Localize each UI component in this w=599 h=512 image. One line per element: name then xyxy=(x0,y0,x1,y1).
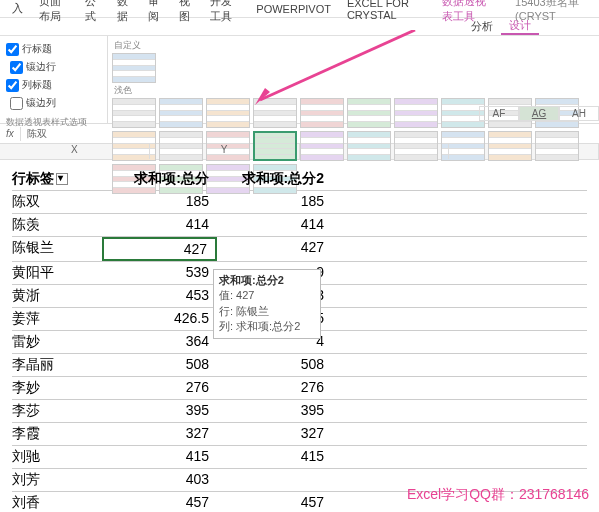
tooltip-col: 列: 求和项:总分2 xyxy=(219,319,315,334)
style-checkboxes: 行标题 镶边行 列标题 镶边列 数据透视表样式选项 xyxy=(0,36,108,123)
right-cols: AF AG AH xyxy=(479,106,599,121)
style-swatch[interactable] xyxy=(112,98,156,128)
style-swatch[interactable] xyxy=(159,98,203,128)
style-swatch[interactable] xyxy=(347,98,391,128)
tab[interactable]: 公式 xyxy=(77,0,108,24)
style-swatch[interactable] xyxy=(394,98,438,128)
subtab-analyze[interactable]: 分析 xyxy=(463,19,501,34)
tab[interactable]: 开发工具 xyxy=(202,0,248,24)
tooltip-title: 求和项:总分2 xyxy=(219,273,315,288)
tab[interactable]: 审阅 xyxy=(140,0,171,24)
tab[interactable]: 视图 xyxy=(171,0,202,24)
sum-header-2: 求和项:总分2 xyxy=(217,170,332,188)
cell-tooltip: 求和项:总分2 值: 427 行: 陈银兰 列: 求和项:总分2 xyxy=(213,269,321,339)
col-y[interactable]: Y xyxy=(150,144,300,159)
style-swatch[interactable] xyxy=(253,98,297,128)
fx-icon[interactable]: fx xyxy=(0,128,20,139)
stripe-col-check[interactable]: 镶边列 xyxy=(10,96,56,110)
table-row[interactable]: 刘驰415415 xyxy=(12,445,587,468)
subtab-design[interactable]: 设计 xyxy=(501,18,539,35)
col-x[interactable]: X xyxy=(0,144,150,159)
table-row[interactable]: 陈羡414414 xyxy=(12,213,587,236)
stripe-row-check[interactable]: 镶边行 xyxy=(10,60,56,74)
pivot-table: 行标签 求和项:总分 求和项:总分2 陈双185185陈羡414414陈银兰42… xyxy=(12,168,587,512)
tooltip-row: 行: 陈银兰 xyxy=(219,304,315,319)
tab[interactable]: 页面布局 xyxy=(31,0,77,24)
style-swatch[interactable] xyxy=(206,98,250,128)
row-label-header[interactable]: 行标签 xyxy=(12,170,54,188)
tab[interactable]: 数据 xyxy=(109,0,140,24)
dropdown-icon[interactable] xyxy=(56,173,68,185)
custom-label: 自定义 xyxy=(114,39,595,52)
table-row[interactable]: 李莎395395 xyxy=(12,399,587,422)
table-row[interactable]: 李霞327327 xyxy=(12,422,587,445)
sum-header-1: 求和项:总分 xyxy=(102,170,217,188)
col-ah[interactable]: AH xyxy=(559,106,599,121)
table-row[interactable]: 李妙276276 xyxy=(12,376,587,399)
light-label: 浅色 xyxy=(114,84,595,97)
col-ag[interactable]: AG xyxy=(519,106,559,121)
watermark: Excel学习QQ群：231768146 xyxy=(407,486,589,504)
style-swatch[interactable] xyxy=(300,98,344,128)
column-headers: X Y xyxy=(0,144,599,160)
tab[interactable]: 入 xyxy=(4,1,31,16)
table-row[interactable]: 陈银兰427427 xyxy=(12,236,587,261)
tab[interactable]: POWERPIVOT xyxy=(248,3,339,15)
col-header-check[interactable]: 列标题 xyxy=(6,78,101,92)
col-af[interactable]: AF xyxy=(479,106,519,121)
ribbon-tabs: 入 页面布局 公式 数据 审阅 视图 开发工具 POWERPIVOT EXCEL… xyxy=(0,0,599,18)
row-header-check[interactable]: 行标题 xyxy=(6,42,101,56)
tab[interactable]: EXCEL FOR CRYSTAL xyxy=(339,0,434,21)
style-swatch[interactable] xyxy=(112,53,156,83)
fx-value[interactable]: 陈双 xyxy=(20,127,53,141)
tooltip-value: 值: 427 xyxy=(219,288,315,303)
table-row[interactable]: 李晶丽508508 xyxy=(12,353,587,376)
